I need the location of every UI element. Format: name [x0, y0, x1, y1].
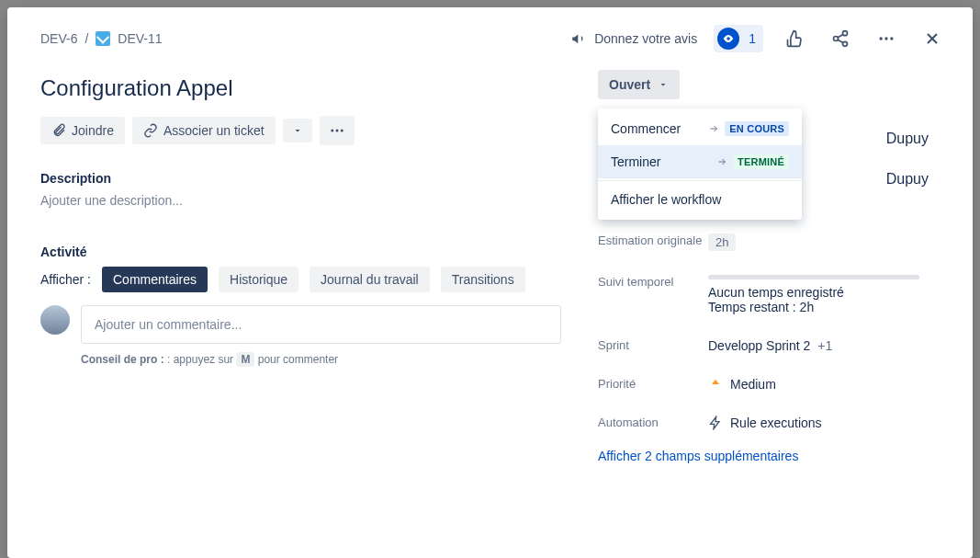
- attach-label: Joindre: [72, 123, 114, 138]
- time-tracking-label: Suivi temporel: [598, 275, 708, 289]
- watch-count: 1: [745, 31, 760, 46]
- more-icon: [877, 29, 896, 48]
- field-grid: Estimation originale 2h Suivi temporel A…: [598, 233, 947, 430]
- chevron-down-icon: [658, 79, 669, 90]
- watch-button[interactable]: 1: [714, 25, 763, 52]
- link-icon: [143, 123, 158, 138]
- transition-target-wrap: TERMINÉ: [716, 154, 789, 169]
- pro-tip: Conseil de pro : : appuyez sur M pour co…: [81, 353, 561, 366]
- transition-target-lozenge: EN COURS: [725, 121, 789, 136]
- status-button[interactable]: Ouvert: [598, 70, 680, 99]
- like-button[interactable]: [780, 24, 809, 53]
- transition-action-label: Terminer: [611, 154, 660, 169]
- paperclip-icon: [51, 123, 66, 138]
- close-icon: [923, 29, 941, 48]
- activity-filter-row: Afficher : Commentaires Historique Journ…: [40, 267, 561, 292]
- show-more-fields-link[interactable]: Afficher 2 champs supplémentaires: [598, 449, 947, 463]
- automation-value[interactable]: Rule executions: [708, 416, 947, 430]
- svg-point-2: [843, 41, 848, 46]
- pro-tip-key: M: [236, 352, 254, 367]
- attach-button[interactable]: Joindre: [40, 117, 125, 144]
- transition-action-label: Commencer: [611, 121, 681, 136]
- toolbar-more-button[interactable]: [320, 116, 355, 145]
- close-button[interactable]: [918, 24, 947, 53]
- activity-filter-label: Afficher :: [40, 272, 91, 287]
- tab-comments[interactable]: Commentaires: [102, 267, 208, 292]
- svg-point-1: [834, 37, 839, 41]
- tab-worklog[interactable]: Journal du travail: [310, 267, 430, 292]
- more-actions-button[interactable]: [872, 24, 901, 53]
- main-column: Configuration Appel Joindre Associer un …: [40, 53, 598, 558]
- status-wrapper: Ouvert Commencer EN COURS Terminer: [598, 70, 947, 112]
- more-icon: [329, 122, 345, 139]
- tab-history[interactable]: Historique: [219, 267, 299, 292]
- priority-label: Priorité: [598, 377, 708, 391]
- pro-tip-label: Conseil de pro :: [81, 353, 167, 366]
- side-column: Ouvert Commencer EN COURS Terminer: [598, 53, 947, 558]
- share-button[interactable]: [826, 24, 855, 53]
- svg-point-3: [880, 37, 883, 40]
- sprint-extra: +1: [817, 338, 832, 353]
- svg-point-6: [331, 130, 333, 132]
- automation-label: Automation: [598, 416, 708, 429]
- priority-medium-icon: [708, 377, 723, 392]
- reporter-partial-value: Dupuy: [886, 171, 929, 188]
- pro-tip-suffix: pour commenter: [258, 353, 338, 366]
- comment-row: Ajouter un commentaire...: [40, 305, 561, 344]
- view-workflow-item[interactable]: Afficher le workflow: [598, 183, 802, 216]
- automation-rule: Rule executions: [730, 416, 822, 430]
- transition-terminer[interactable]: Terminer TERMINÉ: [598, 145, 802, 178]
- time-tracking-bar: [708, 275, 919, 279]
- issue-toolbar: Joindre Associer un ticket: [40, 116, 561, 145]
- activity-heading: Activité: [40, 245, 561, 259]
- breadcrumb-separator: /: [84, 31, 88, 46]
- time-tracking-value[interactable]: Aucun temps enregistré Temps restant : 2…: [708, 275, 947, 314]
- priority-value[interactable]: Medium: [708, 377, 947, 392]
- give-feedback-button[interactable]: Donnez votre avis: [570, 30, 697, 47]
- give-feedback-label: Donnez votre avis: [594, 31, 697, 46]
- issue-dialog: DEV-6 / DEV-11 Donnez votre avis 1: [7, 7, 973, 558]
- lightning-icon: [708, 416, 723, 430]
- link-issue-button[interactable]: Associer un ticket: [132, 117, 276, 144]
- original-estimate-pill: 2h: [708, 233, 736, 251]
- sprint-label: Sprint: [598, 338, 708, 352]
- time-tracking-none: Aucun temps enregistré: [708, 285, 947, 300]
- arrow-right-icon: [708, 123, 719, 134]
- dialog-body: Configuration Appel Joindre Associer un …: [7, 53, 973, 558]
- svg-point-7: [335, 130, 338, 132]
- original-estimate-value[interactable]: 2h: [708, 233, 947, 251]
- priority-name: Medium: [730, 377, 776, 392]
- eye-icon: [717, 28, 739, 50]
- original-estimate-label: Estimation originale: [598, 233, 708, 247]
- comment-input[interactable]: Ajouter un commentaire...: [81, 305, 561, 344]
- view-workflow-label: Afficher le workflow: [611, 192, 721, 207]
- description-label: Description: [40, 171, 561, 186]
- link-issue-dropdown[interactable]: [283, 119, 312, 142]
- status-current: Ouvert: [609, 77, 650, 92]
- issue-type-icon: [96, 31, 110, 46]
- transition-target-wrap: EN COURS: [708, 121, 789, 136]
- sprint-name: Developp Sprint 2: [708, 338, 810, 353]
- tab-transitions[interactable]: Transitions: [441, 267, 525, 292]
- pro-tip-prefix: : appuyez sur: [167, 353, 233, 366]
- description-field[interactable]: Ajouter une description...: [40, 193, 561, 208]
- status-dropdown: Commencer EN COURS Terminer TERMINÉ: [598, 108, 802, 220]
- svg-point-4: [884, 37, 887, 40]
- thumbs-up-icon: [785, 29, 804, 48]
- chevron-down-icon: [292, 125, 303, 136]
- breadcrumb: DEV-6 / DEV-11: [40, 31, 163, 46]
- issue-title[interactable]: Configuration Appel: [40, 75, 561, 101]
- dialog-header: DEV-6 / DEV-11 Donnez votre avis 1: [7, 7, 973, 53]
- sprint-value[interactable]: Developp Sprint 2 +1: [708, 338, 947, 353]
- time-tracking-remaining: Temps restant : 2h: [708, 300, 947, 314]
- breadcrumb-current[interactable]: DEV-11: [118, 31, 162, 46]
- transition-commencer[interactable]: Commencer EN COURS: [598, 112, 802, 145]
- assignee-partial-value: Dupuy: [886, 131, 929, 147]
- transition-target-lozenge: TERMINÉ: [733, 154, 789, 169]
- share-icon: [831, 29, 850, 48]
- svg-point-0: [843, 31, 848, 36]
- dropdown-divider: [598, 180, 802, 181]
- header-actions: Donnez votre avis 1: [570, 24, 947, 53]
- breadcrumb-parent[interactable]: DEV-6: [40, 31, 77, 46]
- megaphone-icon: [570, 30, 587, 47]
